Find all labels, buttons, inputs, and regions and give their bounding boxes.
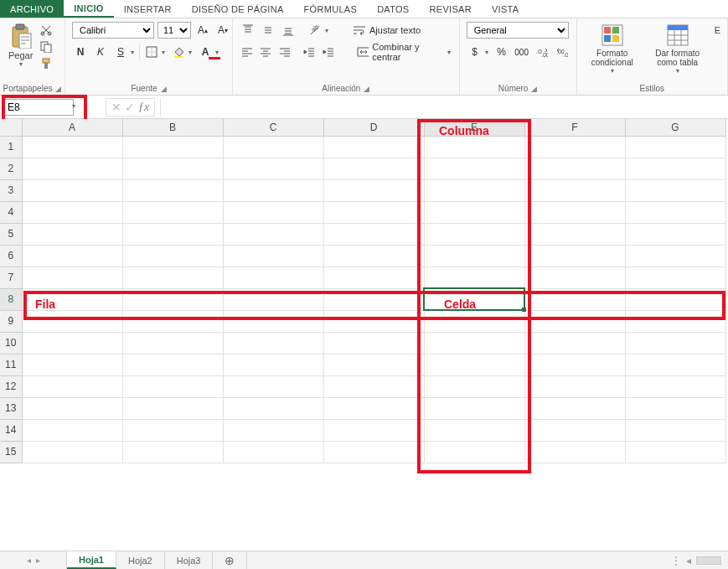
cell-B10[interactable] (122, 332, 223, 354)
cell-C7[interactable] (223, 266, 323, 288)
sheet-nav-next[interactable]: ▸ (36, 556, 40, 565)
cell-F13[interactable] (524, 397, 625, 419)
cell-A4[interactable] (22, 201, 122, 223)
enter-formula-button[interactable]: ✓ (125, 101, 135, 114)
cell-D7[interactable] (323, 266, 424, 288)
increase-font-button[interactable]: A▴ (194, 22, 211, 39)
cell-A5[interactable] (22, 223, 122, 245)
cell-C10[interactable] (223, 332, 323, 354)
cancel-formula-button[interactable]: ✕ (111, 101, 121, 114)
cell-A10[interactable] (22, 332, 122, 354)
cell-B14[interactable] (122, 419, 223, 441)
format-painter-button[interactable] (39, 57, 53, 70)
cell-F8[interactable] (524, 288, 625, 310)
cell-A13[interactable] (22, 397, 122, 419)
align-bottom-button[interactable] (280, 22, 297, 39)
cell-G6[interactable] (625, 245, 725, 266)
row-header-13[interactable]: 13 (0, 397, 22, 419)
cell-C3[interactable] (223, 179, 323, 201)
column-header-F[interactable]: F (524, 119, 625, 136)
cell-B1[interactable] (122, 136, 223, 158)
cell-G7[interactable] (625, 266, 725, 288)
sheet-nav-first[interactable]: ◂ (27, 556, 31, 565)
clipboard-dialog-launcher[interactable]: ◢ (55, 85, 61, 93)
percent-button[interactable]: % (493, 44, 510, 60)
cell-B4[interactable] (122, 201, 223, 223)
cell-E12[interactable] (424, 375, 524, 397)
merge-menu[interactable]: ▾ (446, 49, 452, 56)
cell-F5[interactable] (524, 223, 625, 245)
cell-F12[interactable] (524, 375, 625, 397)
cell-C6[interactable] (223, 245, 323, 266)
cell-G10[interactable] (625, 332, 725, 354)
format-as-table-button[interactable]: Dar formato como tabla (649, 22, 706, 76)
cell-C15[interactable] (223, 441, 323, 463)
cell-A7[interactable] (22, 266, 122, 288)
cell-E10[interactable] (424, 332, 524, 354)
column-header-D[interactable]: D (323, 119, 424, 136)
cell-A9[interactable] (22, 310, 122, 332)
borders-menu[interactable]: ▾ (160, 49, 167, 56)
cell-B2[interactable] (122, 158, 223, 179)
cell-B5[interactable] (122, 223, 223, 245)
cell-G5[interactable] (625, 223, 725, 245)
hscroll-thumb[interactable] (696, 556, 721, 565)
cell-G15[interactable] (625, 441, 725, 463)
fill-color-menu[interactable]: ▾ (187, 49, 194, 56)
cell-E6[interactable] (424, 245, 524, 266)
cell-C12[interactable] (223, 375, 323, 397)
cell-E1[interactable] (424, 136, 524, 158)
sheet-tab-1[interactable]: Hoja1 (67, 551, 116, 569)
cell-E9[interactable] (424, 310, 524, 332)
cell-G8[interactable] (625, 288, 725, 310)
cell-C1[interactable] (223, 136, 323, 158)
align-center-button[interactable] (258, 44, 273, 60)
conditional-formatting-button[interactable]: Formato condicional (584, 22, 641, 76)
cell-D13[interactable] (323, 397, 424, 419)
font-color-menu[interactable]: ▾ (214, 49, 220, 56)
align-right-button[interactable] (276, 44, 292, 60)
cell-B13[interactable] (122, 397, 223, 419)
bold-button[interactable]: N (72, 44, 89, 60)
cell-E2[interactable] (424, 158, 524, 179)
underline-button[interactable]: S (112, 44, 129, 60)
cell-D3[interactable] (323, 179, 424, 201)
align-top-button[interactable] (240, 22, 256, 39)
cell-D10[interactable] (323, 332, 424, 354)
column-header-E[interactable]: E (424, 119, 524, 136)
cell-F7[interactable] (524, 266, 625, 288)
cell-F14[interactable] (524, 419, 625, 441)
row-header-9[interactable]: 9 (0, 310, 22, 332)
cell-B8[interactable] (122, 288, 223, 310)
merge-center-button[interactable]: Combinar y centrar (353, 44, 445, 60)
cell-styles-preview[interactable]: E (715, 22, 720, 35)
row-header-4[interactable]: 4 (0, 201, 22, 223)
increase-indent-button[interactable] (320, 44, 335, 60)
orientation-button[interactable]: ab (307, 22, 323, 39)
cell-D1[interactable] (323, 136, 424, 158)
column-header-B[interactable]: B (122, 119, 223, 136)
cell-C11[interactable] (223, 354, 323, 375)
row-header-10[interactable]: 10 (0, 332, 22, 354)
cell-E5[interactable] (424, 223, 524, 245)
increase-decimal-button[interactable]: .0.00 (534, 44, 550, 60)
align-middle-button[interactable] (260, 22, 276, 39)
cell-A3[interactable] (22, 179, 122, 201)
cell-D2[interactable] (323, 158, 424, 179)
cell-G11[interactable] (625, 354, 725, 375)
row-header-2[interactable]: 2 (0, 158, 22, 179)
cell-C13[interactable] (223, 397, 323, 419)
cell-F11[interactable] (524, 354, 625, 375)
cell-A8[interactable] (22, 288, 122, 310)
comma-style-button[interactable]: 000 (514, 44, 530, 60)
cell-F3[interactable] (524, 179, 625, 201)
cell-G2[interactable] (625, 158, 725, 179)
wrap-text-button[interactable]: Ajustar texto (349, 22, 425, 39)
cell-C8[interactable] (223, 288, 323, 310)
cell-D15[interactable] (323, 441, 424, 463)
borders-button[interactable] (143, 44, 160, 60)
cell-E13[interactable] (424, 397, 524, 419)
cell-G12[interactable] (625, 375, 725, 397)
column-header-C[interactable]: C (223, 119, 323, 136)
font-dialog-launcher[interactable]: ◢ (161, 85, 167, 93)
